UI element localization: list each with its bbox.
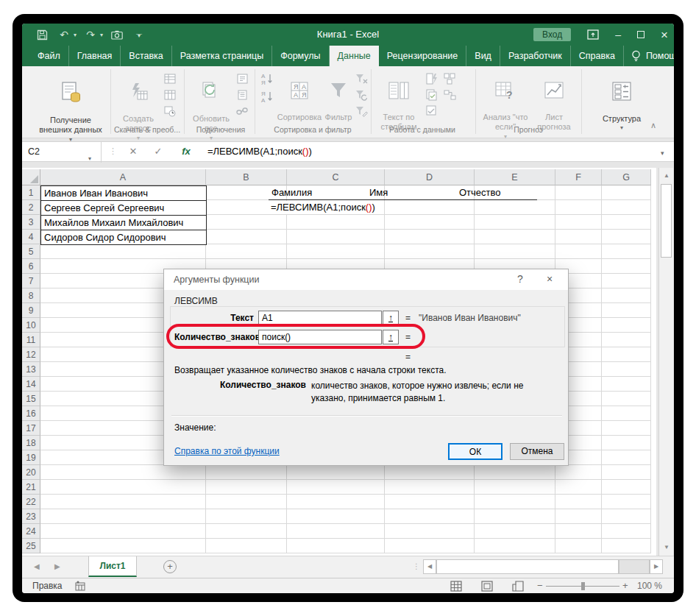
row-header-11[interactable]: 11 bbox=[22, 333, 40, 347]
text-to-columns-button[interactable]: Текст по столбцам bbox=[377, 71, 421, 132]
connection-properties-icon[interactable] bbox=[235, 72, 249, 85]
normal-view-icon[interactable] bbox=[450, 581, 462, 592]
sheet-tab[interactable]: Лист1 bbox=[88, 556, 137, 577]
column-header-E[interactable]: E bbox=[475, 169, 555, 185]
row-header-16[interactable]: 16 bbox=[22, 406, 40, 421]
macro-record-icon[interactable] bbox=[75, 581, 87, 592]
relationships-icon[interactable] bbox=[443, 88, 456, 102]
row-header-6[interactable]: 6 bbox=[22, 259, 40, 274]
function-help-link[interactable]: Справка по этой функции bbox=[174, 446, 280, 456]
row-header-9[interactable]: 9 bbox=[22, 303, 40, 318]
column-header-G[interactable]: G bbox=[602, 169, 651, 185]
sign-in-button[interactable]: Вход bbox=[533, 28, 571, 41]
tab-Данные[interactable]: Данные bbox=[330, 46, 379, 66]
reapply-filter-icon[interactable] bbox=[355, 88, 368, 102]
sort-descending-icon[interactable]: ЯА bbox=[260, 90, 274, 103]
column-header-A[interactable]: A bbox=[40, 169, 206, 185]
tab-Вид[interactable]: Вид bbox=[466, 46, 500, 66]
row-header-5[interactable]: 5 bbox=[22, 244, 40, 259]
tab-Справка[interactable]: Справка bbox=[571, 46, 624, 66]
clear-filter-icon[interactable] bbox=[355, 72, 368, 85]
row-header-1[interactable]: 1 bbox=[22, 185, 40, 200]
horizontal-scroll-track[interactable] bbox=[619, 559, 650, 574]
zoom-level[interactable]: 100 % bbox=[637, 581, 662, 591]
row-header-7[interactable]: 7 bbox=[22, 274, 40, 288]
advanced-filter-icon[interactable] bbox=[355, 105, 368, 118]
cell-C1[interactable]: Фамилия bbox=[269, 185, 366, 200]
hscroll-right-icon[interactable]: ▶ bbox=[650, 559, 663, 574]
dialog-help-icon[interactable]: ? bbox=[508, 273, 532, 286]
dialog-close-icon[interactable]: × bbox=[538, 273, 561, 286]
row-header-17[interactable]: 17 bbox=[22, 421, 40, 436]
hscroll-left-icon[interactable]: ◀ bbox=[423, 559, 436, 574]
zoom-in-icon[interactable]: + bbox=[622, 580, 628, 591]
consolidate-icon[interactable] bbox=[443, 72, 456, 85]
cell-A1[interactable]: Иванов Иван Иванович bbox=[40, 185, 207, 201]
zoom-slider-thumb[interactable] bbox=[581, 582, 585, 590]
page-break-view-icon[interactable] bbox=[512, 581, 524, 592]
cancel-entry-icon[interactable]: ✕ bbox=[125, 146, 141, 159]
tab-Главная[interactable]: Главная bbox=[69, 46, 121, 66]
enter-entry-icon[interactable]: ✓ bbox=[150, 146, 166, 159]
row-header-14[interactable]: 14 bbox=[22, 377, 40, 392]
row-header-15[interactable]: 15 bbox=[22, 392, 40, 406]
select-all-corner[interactable] bbox=[22, 169, 40, 185]
row-header-25[interactable]: 25 bbox=[22, 539, 40, 553]
cancel-button[interactable]: Отмена bbox=[510, 443, 564, 460]
minimize-button[interactable]: – bbox=[615, 29, 621, 40]
filter-button[interactable]: Фильтр bbox=[322, 71, 355, 122]
sheet-nav-right-icon[interactable]: ▶ bbox=[54, 562, 60, 570]
tab-Разметка страницы[interactable]: Разметка страницы bbox=[172, 46, 272, 66]
ribbon-display-options-icon[interactable] bbox=[587, 29, 599, 40]
row-header-8[interactable]: 8 bbox=[22, 288, 40, 303]
ok-button[interactable]: ОК bbox=[448, 443, 503, 460]
close-button[interactable]: × bbox=[661, 29, 668, 41]
row-header-20[interactable]: 20 bbox=[22, 465, 40, 480]
row-header-23[interactable]: 23 bbox=[22, 509, 40, 524]
text-arg-input[interactable]: A1 bbox=[258, 311, 382, 325]
name-box-dropdown-icon[interactable]: ▾ bbox=[88, 149, 91, 169]
vertical-scrollbar[interactable]: ▲ ▼ bbox=[658, 168, 673, 556]
cell-A3[interactable]: Михайлов Михаил Михайлович bbox=[40, 215, 207, 230]
tab-Вставка[interactable]: Вставка bbox=[121, 46, 171, 66]
scroll-down-icon[interactable]: ▼ bbox=[661, 542, 672, 553]
row-header-19[interactable]: 19 bbox=[22, 450, 40, 465]
from-table-icon[interactable] bbox=[163, 88, 177, 102]
column-header-D[interactable]: D bbox=[385, 169, 475, 185]
row-header-4[interactable]: 4 bbox=[22, 230, 40, 244]
forecast-sheet-button[interactable]: Лист прогноза bbox=[533, 71, 575, 132]
horizontal-scroll-thumb[interactable] bbox=[436, 559, 619, 574]
insert-function-icon[interactable]: fx bbox=[178, 146, 194, 159]
maximize-button[interactable] bbox=[637, 29, 644, 40]
row-header-12[interactable]: 12 bbox=[22, 347, 40, 362]
row-header-3[interactable]: 3 bbox=[22, 215, 40, 230]
scroll-up-icon[interactable]: ▲ bbox=[661, 170, 672, 182]
page-layout-view-icon[interactable] bbox=[481, 581, 493, 592]
show-queries-icon[interactable] bbox=[163, 72, 177, 85]
sheet-nav-left-icon[interactable]: ◀ bbox=[34, 562, 40, 570]
tab-Файл[interactable]: Файл bbox=[29, 46, 69, 66]
row-header-22[interactable]: 22 bbox=[22, 495, 40, 509]
sort-ascending-icon[interactable]: АЯ bbox=[260, 72, 274, 85]
row-header-13[interactable]: 13 bbox=[22, 362, 40, 377]
cell-C2[interactable]: =ЛЕВСИМВ(A1;поиск()) bbox=[269, 201, 377, 214]
row-header-2[interactable]: 2 bbox=[22, 200, 40, 215]
collapse-dialog-icon[interactable]: ↑ bbox=[383, 311, 399, 325]
tab-Разработчик[interactable]: Разработчик bbox=[500, 46, 571, 66]
tab-splitter-handle[interactable]: ⋮ bbox=[413, 562, 420, 570]
name-box[interactable]: C2 ▾ bbox=[22, 142, 102, 163]
edit-links-icon[interactable] bbox=[235, 105, 249, 118]
properties-icon[interactable] bbox=[235, 88, 249, 102]
collapse-ribbon-icon[interactable]: ∧ bbox=[650, 121, 656, 130]
remove-duplicates-icon[interactable] bbox=[425, 88, 438, 102]
get-external-data-button[interactable]: Получение внешних данных ▾ bbox=[34, 71, 107, 144]
tab-Формулы[interactable]: Формулы bbox=[272, 46, 329, 66]
new-sheet-icon[interactable]: + bbox=[163, 560, 177, 573]
recent-sources-icon[interactable] bbox=[163, 105, 177, 118]
assistant-bulb-icon[interactable] bbox=[631, 50, 641, 63]
vertical-scroll-thumb[interactable] bbox=[661, 184, 672, 258]
column-header-F[interactable]: F bbox=[555, 169, 602, 185]
column-header-C[interactable]: C bbox=[287, 169, 385, 185]
cell-E1[interactable]: Отчество bbox=[456, 185, 537, 200]
zoom-out-icon[interactable]: − bbox=[537, 580, 543, 591]
